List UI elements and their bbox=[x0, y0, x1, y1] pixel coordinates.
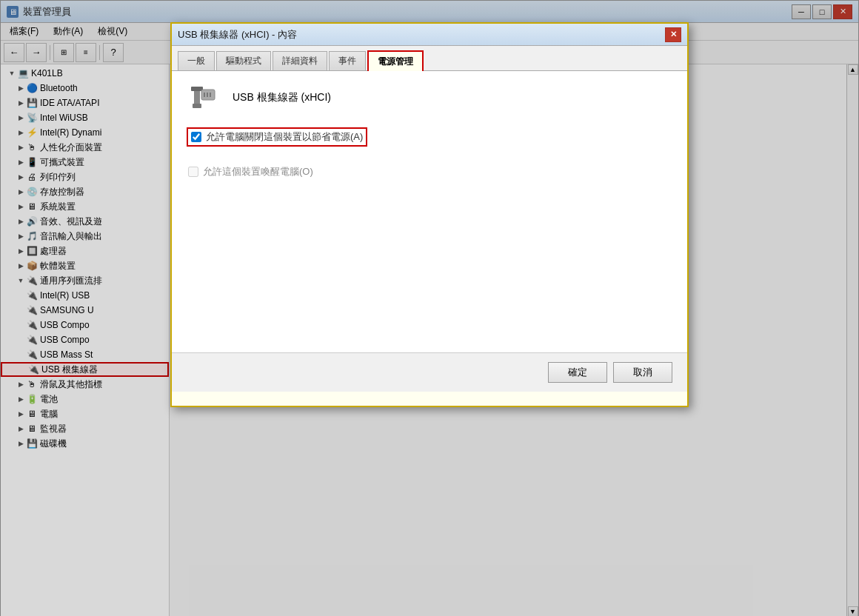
tab-details[interactable]: 詳細資料 bbox=[273, 51, 327, 70]
ok-button[interactable]: 確定 bbox=[548, 362, 607, 383]
svg-rect-3 bbox=[201, 90, 215, 100]
allow-turnoff-label: 允許電腦關閉這個裝置以節省電源(A) bbox=[206, 130, 363, 144]
dialog-close-button[interactable]: ✕ bbox=[665, 27, 681, 42]
allow-wake-row: 允許這個裝置喚醒電腦(O) bbox=[187, 164, 672, 180]
allow-wake-checkbox[interactable] bbox=[188, 167, 198, 177]
tabs-bar: 一般 驅動程式 詳細資料 事件 電源管理 bbox=[172, 46, 687, 71]
device-header: USB 根集線器 (xHCI) bbox=[187, 83, 672, 113]
allow-turnoff-checkbox[interactable] bbox=[191, 132, 201, 142]
dialog-title-bar: USB 根集線器 (xHCI) - 內容 ✕ bbox=[172, 24, 687, 46]
dialog-footer: 確定 取消 bbox=[172, 352, 687, 392]
tab-general[interactable]: 一般 bbox=[178, 51, 215, 70]
dialog-content: USB 根集線器 (xHCI) 允許電腦關閉這個裝置以節省電源(A) 允許這個裝… bbox=[172, 71, 687, 352]
dialog-overlay: USB 根集線器 (xHCI) - 內容 ✕ 一般 驅動程式 詳細資料 事件 電… bbox=[0, 0, 859, 616]
tab-driver[interactable]: 驅動程式 bbox=[216, 51, 271, 70]
allow-turnoff-row: 允許電腦關閉這個裝置以節省電源(A) bbox=[187, 127, 367, 147]
tab-events[interactable]: 事件 bbox=[329, 51, 366, 70]
dialog-title: USB 根集線器 (xHCI) - 內容 bbox=[178, 28, 297, 41]
device-name: USB 根集線器 (xHCI) bbox=[233, 91, 331, 104]
svg-rect-2 bbox=[193, 104, 201, 108]
properties-dialog: USB 根集線器 (xHCI) - 內容 ✕ 一般 驅動程式 詳細資料 事件 電… bbox=[170, 22, 689, 407]
cancel-button[interactable]: 取消 bbox=[613, 362, 672, 383]
tab-power[interactable]: 電源管理 bbox=[367, 50, 424, 71]
usb-svg bbox=[188, 84, 222, 112]
power-section: 允許電腦關閉這個裝置以節省電源(A) 允許這個裝置喚醒電腦(O) bbox=[187, 127, 672, 180]
usb-device-icon bbox=[187, 83, 224, 113]
allow-wake-label: 允許這個裝置喚醒電腦(O) bbox=[203, 165, 313, 178]
